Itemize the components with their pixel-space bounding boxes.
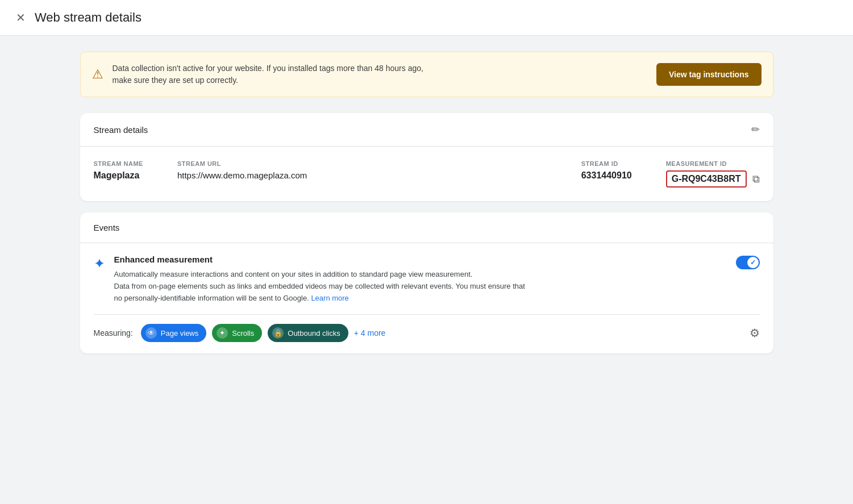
learn-more-link[interactable]: Learn more xyxy=(311,294,348,302)
chip-page-views[interactable]: 👁 Page views xyxy=(141,324,206,342)
page-header: ✕ Web stream details xyxy=(0,0,853,36)
toggle-thumb: ✓ xyxy=(747,257,759,268)
events-card-header: Events xyxy=(80,213,773,243)
more-chips-link[interactable]: + 4 more xyxy=(354,328,386,338)
stream-url-label: STREAM URL xyxy=(177,160,307,167)
chip-outbound-clicks-label: Outbound clicks xyxy=(288,329,340,338)
page-views-icon: 👁 xyxy=(145,327,157,339)
measurement-id-field: MEASUREMENT ID G-RQ9C43B8RT ⧉ xyxy=(666,160,760,188)
main-content: ⚠ Data collection isn't active for your … xyxy=(57,36,796,381)
sparkle-icon: ✦ xyxy=(94,256,105,272)
enhanced-measurement-row: ✦ Enhanced measurement Automatically mea… xyxy=(94,255,760,304)
copy-icon[interactable]: ⧉ xyxy=(752,173,760,185)
stream-details-card: Stream details ✏ STREAM NAME Mageplaza S… xyxy=(80,113,773,201)
scrolls-icon: ✦ xyxy=(217,327,228,339)
chip-scrolls-label: Scrolls xyxy=(232,329,254,338)
measuring-row: Measuring: 👁 Page views ✦ Scrolls 🔒 Outb… xyxy=(94,324,760,345)
enhanced-title: Enhanced measurement xyxy=(114,255,525,264)
stream-id-field: STREAM ID 6331440910 xyxy=(581,160,632,181)
measuring-label: Measuring: xyxy=(94,328,133,338)
enhanced-left: ✦ Enhanced measurement Automatically mea… xyxy=(94,255,727,304)
events-title: Events xyxy=(94,223,120,232)
measurement-id-value: G-RQ9C43B8RT xyxy=(672,174,741,184)
stream-fields-row: STREAM NAME Mageplaza STREAM URL https:/… xyxy=(80,147,773,201)
stream-name-field: STREAM NAME Mageplaza xyxy=(94,160,143,181)
stream-details-card-header: Stream details ✏ xyxy=(80,113,773,147)
enhanced-desc: Automatically measure interactions and c… xyxy=(114,269,525,304)
gear-icon[interactable]: ⚙ xyxy=(750,326,760,340)
warning-banner: ⚠ Data collection isn't active for your … xyxy=(80,52,773,97)
events-card: Events ✦ Enhanced measurement Automatica… xyxy=(80,213,773,353)
toggle-track[interactable]: ✓ xyxy=(736,256,760,269)
toggle-wrapper[interactable]: ✓ xyxy=(736,256,760,269)
chip-page-views-label: Page views xyxy=(161,329,198,338)
toggle-checkmark: ✓ xyxy=(750,259,756,266)
chip-outbound-clicks[interactable]: 🔒 Outbound clicks xyxy=(268,324,348,342)
warning-icon: ⚠ xyxy=(92,67,103,82)
close-icon[interactable]: ✕ xyxy=(16,11,26,24)
view-tag-instructions-button[interactable]: View tag instructions xyxy=(656,63,762,86)
stream-id-value: 6331440910 xyxy=(581,170,632,181)
stream-url-field: STREAM URL https://www.demo.mageplaza.co… xyxy=(177,160,307,180)
stream-details-title: Stream details xyxy=(94,125,148,135)
edit-icon[interactable]: ✏ xyxy=(751,123,760,136)
warning-text: Data collection isn't active for your we… xyxy=(113,63,423,86)
measurement-id-box: G-RQ9C43B8RT xyxy=(666,170,747,188)
stream-url-value: https://www.demo.mageplaza.com xyxy=(177,170,307,180)
chip-scrolls[interactable]: ✦ Scrolls xyxy=(212,324,262,342)
outbound-clicks-icon: 🔒 xyxy=(272,327,284,339)
stream-name-label: STREAM NAME xyxy=(94,160,143,167)
stream-name-value: Mageplaza xyxy=(94,170,143,181)
warning-left: ⚠ Data collection isn't active for your … xyxy=(92,63,423,86)
enhanced-content: Enhanced measurement Automatically measu… xyxy=(114,255,525,304)
measurement-id-label: MEASUREMENT ID xyxy=(666,160,760,167)
stream-id-label: STREAM ID xyxy=(581,160,632,167)
page-title: Web stream details xyxy=(35,10,142,25)
divider xyxy=(94,314,760,315)
events-section: ✦ Enhanced measurement Automatically mea… xyxy=(80,243,773,353)
